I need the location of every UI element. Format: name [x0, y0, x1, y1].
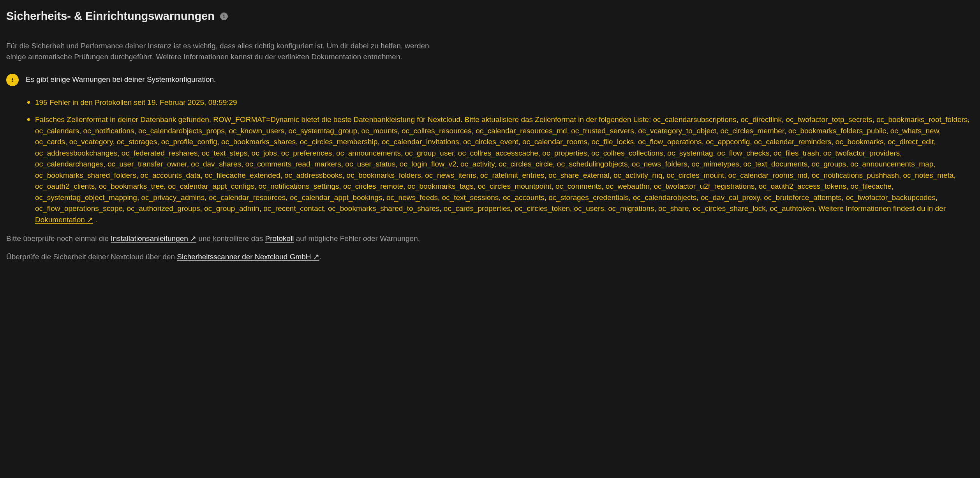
- warning-item: Falsches Zeilenformat in deiner Datenban…: [27, 114, 974, 225]
- warning-item: 195 Fehler in den Protokollen seit 19. F…: [27, 97, 974, 108]
- footer-security-scanner: Überprüfe die Sicherheit deiner Nextclou…: [6, 251, 974, 263]
- warning-item-text: 195 Fehler in den Protokollen seit 19. F…: [35, 98, 237, 106]
- warning-summary-text: Es gibt einige Warnungen bei deiner Syst…: [26, 74, 216, 85]
- svg-rect-1: [12, 78, 13, 80]
- footer-text: Überprüfe die Sicherheit deiner Nextclou…: [6, 253, 177, 261]
- footer-check-installation: Bitte überprüfe noch einmal die Installa…: [6, 233, 974, 244]
- footer-text: Bitte überprüfe noch einmal die: [6, 234, 111, 243]
- warning-item-text: Falsches Zeilenformat in deiner Datenban…: [35, 115, 970, 212]
- footer-text: und kontrolliere das: [196, 234, 265, 243]
- footer-text: .: [319, 253, 321, 261]
- security-scanner-link[interactable]: Sicherheitsscanner der Nextcloud GmbH ↗: [177, 253, 319, 261]
- warning-item-text-trailer: .: [93, 216, 97, 224]
- page-heading-row: Sicherheits- & Einrichtungswarnungen i: [6, 8, 974, 25]
- documentation-link[interactable]: Dokumentation ↗: [35, 216, 93, 224]
- warning-icon: [6, 74, 19, 86]
- warning-summary-row: Es gibt einige Warnungen bei deiner Syst…: [6, 74, 974, 86]
- intro-text: Für die Sicherheit und Performance deine…: [6, 41, 446, 63]
- footer-text: auf mögliche Fehler oder Warnungen.: [294, 234, 420, 243]
- svg-rect-2: [12, 81, 13, 82]
- protocol-link[interactable]: Protokoll: [265, 234, 294, 243]
- info-icon[interactable]: i: [220, 12, 228, 20]
- warning-list: 195 Fehler in den Protokollen seit 19. F…: [6, 97, 974, 226]
- page-title: Sicherheits- & Einrichtungswarnungen: [6, 8, 215, 25]
- installation-guide-link[interactable]: Installationsanleitungen ↗: [111, 234, 196, 243]
